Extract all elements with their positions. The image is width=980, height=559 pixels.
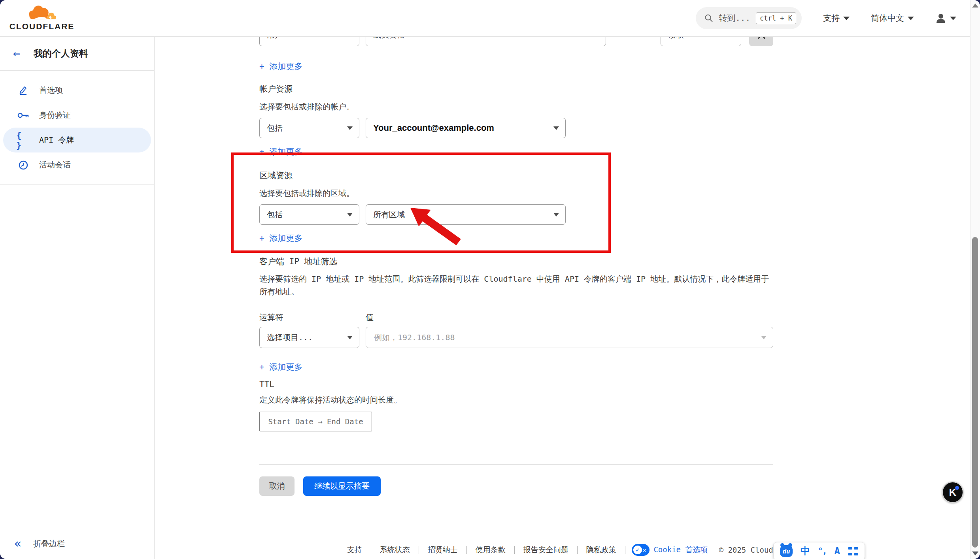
permission-type-select[interactable]: 用户 <box>259 36 359 46</box>
collapse-icon: « <box>14 538 21 550</box>
search-placeholder: 转到... <box>719 13 750 24</box>
chevron-down-icon <box>908 17 914 20</box>
section-description: 选择要筛选的 IP 地址或 IP 地址范围。此筛选器限制可以在 Cloudfla… <box>259 273 775 298</box>
top-header: CLOUDFLARE 转到... ctrl + K 支持 简体中文 <box>0 0 971 37</box>
ip-operator-select[interactable]: 选择项目... <box>259 327 359 348</box>
footer-link-careers[interactable]: 招贤纳士 <box>428 545 458 555</box>
caret-down-icon <box>347 213 353 216</box>
caret-down-icon <box>553 126 559 130</box>
chevron-down-icon <box>950 17 956 20</box>
braces-icon: { } <box>16 130 30 150</box>
baidu-ime-icon[interactable]: du <box>780 545 793 557</box>
account-resources-section: 帐户资源 选择要包括或排除的帐户。 包括 Your_account@exampl… <box>259 83 566 157</box>
section-title: 帐户资源 <box>259 83 566 94</box>
section-subtitle: 选择要包括或排除的区域。 <box>259 188 566 199</box>
chinese-mode-icon[interactable]: 中 <box>801 545 810 557</box>
footer-link-system-status[interactable]: 系统状态 <box>380 545 410 555</box>
sidebar: ← 我的个人资料 首选项 身份验证 { } API 令牌 <box>0 36 155 559</box>
footer-link-privacy[interactable]: 隐私政策 <box>586 545 616 555</box>
key-icon <box>16 111 30 120</box>
form-divider <box>259 464 773 465</box>
sidebar-title: 我的个人资料 <box>34 47 88 60</box>
ip-value-field <box>366 327 773 348</box>
main-content: 用户 成员资格 读取 + 添加更多 帐户资源 选择要包括或排除的帐户。 包括 <box>154 36 971 559</box>
operator-label: 运算符 <box>259 312 366 323</box>
sidebar-item-api-tokens[interactable]: { } API 令牌 <box>3 128 151 152</box>
continue-to-summary-button[interactable]: 继续以显示摘要 <box>303 476 381 496</box>
cookie-consent-icon: ✓ ✕ <box>632 544 650 556</box>
client-ip-section: 客户端 IP 地址筛选 选择要筛选的 IP 地址或 IP 地址范围。此筛选器限制… <box>259 256 775 373</box>
sidebar-item-authentication[interactable]: 身份验证 <box>3 103 151 128</box>
caret-down-icon <box>553 213 559 216</box>
section-title: 区域资源 <box>259 170 566 181</box>
zone-resources-section: 区域资源 选择要包括或排除的区域。 包括 所有区域 + 添加更多 <box>259 170 566 244</box>
cloudflare-cloud-icon <box>25 3 59 21</box>
ip-value-input[interactable] <box>373 332 756 343</box>
caret-down-icon <box>761 336 767 339</box>
user-menu[interactable] <box>935 13 956 24</box>
assistant-dot-icon <box>955 486 959 490</box>
search-icon <box>704 14 713 23</box>
copyright-text: © 2025 Cloudf <box>719 546 778 554</box>
search-shortcut-badge: ctrl + K <box>756 12 796 24</box>
scroll-up-icon[interactable] <box>972 4 978 8</box>
chevron-down-icon <box>843 17 850 20</box>
punctuation-mode-icon[interactable]: °, <box>818 546 826 556</box>
section-description: 定义此令牌将保持活动状态的时间长度。 <box>259 395 402 405</box>
caret-down-icon <box>347 126 353 130</box>
ime-toolbar: du 中 °, A <box>773 542 865 559</box>
value-label: 值 <box>366 312 374 323</box>
cancel-button[interactable]: 取消 <box>259 476 295 496</box>
permission-row: 用户 成员资格 读取 <box>154 36 787 47</box>
clock-icon <box>16 160 30 170</box>
scrollbar[interactable] <box>970 0 980 559</box>
support-menu[interactable]: 支持 <box>823 13 850 24</box>
remove-permission-button[interactable] <box>749 36 773 46</box>
cloudflare-logo[interactable]: CLOUDFLARE <box>10 3 74 31</box>
permission-scope-select[interactable]: 成员资格 <box>366 36 606 46</box>
user-icon <box>935 13 946 24</box>
sidebar-item-preferences[interactable]: 首选项 <box>3 78 151 103</box>
ttl-section: TTL 定义此令牌将保持活动状态的时间长度。 Start Date → End … <box>259 380 402 431</box>
assistant-floating-button[interactable]: K <box>942 482 963 503</box>
zone-value-select[interactable]: 所有区域 <box>366 204 566 225</box>
account-include-select[interactable]: 包括 <box>259 118 359 138</box>
add-more-account-link[interactable]: + 添加更多 <box>259 146 302 157</box>
ime-grid-menu-icon[interactable] <box>848 546 858 556</box>
collapse-sidebar-button[interactable]: « 折叠边栏 <box>0 528 154 559</box>
date-range-picker[interactable]: Start Date → End Date <box>259 412 372 431</box>
caret-down-icon <box>347 336 353 339</box>
letter-mode-icon[interactable]: A <box>834 546 840 557</box>
scroll-down-icon[interactable] <box>972 551 978 555</box>
permission-access-select[interactable]: 读取 <box>661 36 741 46</box>
pencil-icon <box>16 85 30 96</box>
cloudflare-wordmark: CLOUDFLARE <box>9 22 75 31</box>
back-arrow-icon[interactable]: ← <box>13 47 20 59</box>
add-more-ip-link[interactable]: + 添加更多 <box>259 361 302 373</box>
language-menu[interactable]: 简体中文 <box>871 13 914 24</box>
footer-link-support[interactable]: 支持 <box>347 545 362 555</box>
add-more-permission-link[interactable]: + 添加更多 <box>259 61 302 72</box>
footer-link-report-security[interactable]: 报告安全问题 <box>523 545 568 555</box>
cookie-preferences-link[interactable]: ✓ ✕ Cookie 首选项 <box>632 544 708 556</box>
section-title: 客户端 IP 地址筛选 <box>259 256 775 267</box>
section-subtitle: 选择要包括或排除的帐户。 <box>259 102 566 112</box>
add-more-zone-link[interactable]: + 添加更多 <box>259 233 302 244</box>
zone-include-select[interactable]: 包括 <box>259 204 359 225</box>
sidebar-item-active-sessions[interactable]: 活动会话 <box>3 152 151 177</box>
scrollbar-thumb[interactable] <box>972 237 978 548</box>
account-value-select[interactable]: Your_account@example.com <box>366 118 566 138</box>
app-window: CLOUDFLARE 转到... ctrl + K 支持 简体中文 <box>0 0 980 559</box>
section-title: TTL <box>259 380 402 389</box>
close-icon <box>757 36 766 39</box>
footer-link-terms[interactable]: 使用条款 <box>476 545 506 555</box>
global-search[interactable]: 转到... ctrl + K <box>696 7 802 29</box>
